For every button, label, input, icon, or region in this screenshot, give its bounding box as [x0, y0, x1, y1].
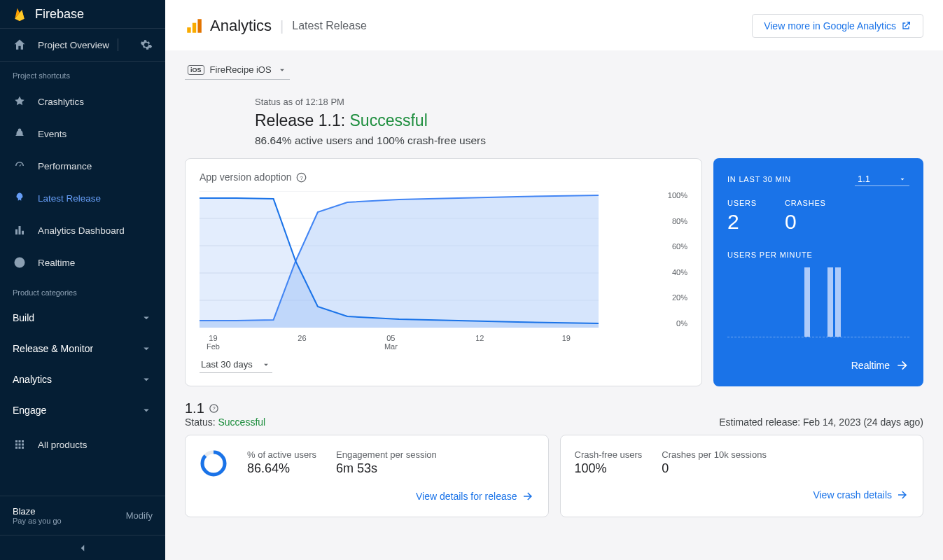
release-metrics-card: % of active users86.64% Engagement per s… [185, 435, 549, 517]
svg-text:?: ? [300, 174, 303, 181]
sidebar-item-label: Performance [38, 161, 92, 172]
svg-rect-2 [197, 19, 201, 33]
help-icon[interactable]: ? [296, 172, 307, 183]
external-link-icon [900, 20, 911, 31]
sidebar-item-performance[interactable]: Performance [0, 150, 165, 182]
page-title: Analytics [210, 17, 272, 35]
brand-row[interactable]: Firebase [0, 0, 165, 29]
chevron-down-icon [140, 312, 153, 324]
plan-name: Blaze [13, 506, 62, 517]
category-engage[interactable]: Engage [4, 396, 161, 424]
svg-rect-0 [187, 27, 190, 33]
crashlytics-icon [13, 94, 27, 108]
users-metric: USERS2 [727, 199, 757, 234]
arrow-right-icon [522, 490, 534, 503]
sidebar: Firebase Project Overview Project shortc… [0, 0, 165, 560]
firebase-logo-icon [13, 6, 27, 22]
chevron-down-icon [140, 342, 153, 355]
svg-text:?: ? [212, 405, 215, 412]
sidebar-item-label: Analytics Dashboard [38, 225, 125, 236]
chevron-down-icon [140, 404, 153, 416]
help-icon[interactable]: ? [209, 403, 219, 414]
page-header: Analytics | Latest Release View more in … [165, 0, 943, 50]
modify-plan-button[interactable]: Modify [126, 510, 153, 521]
shortcuts-heading: Project shortcuts [0, 62, 165, 85]
events-icon [13, 127, 27, 141]
chevron-down-icon [140, 373, 153, 386]
ios-badge-icon: iOS [188, 65, 204, 75]
app-selector[interactable]: iOS FireRecipe iOS [185, 60, 290, 80]
users-per-minute-block: USERS PER MINUTE [727, 251, 909, 337]
category-analytics[interactable]: Analytics [4, 365, 161, 393]
status-timestamp: Status as of 12:18 PM [255, 97, 923, 107]
card-title: App version adoption ? [200, 172, 687, 183]
dropdown-icon [898, 175, 907, 183]
progress-ring-icon [200, 449, 228, 477]
realtime-link[interactable]: Realtime [851, 350, 909, 372]
rocket-icon [13, 191, 27, 205]
clock-icon [13, 255, 27, 270]
crashfree-metric: Crash-free users100% [575, 449, 643, 476]
dropdown-icon [277, 65, 287, 75]
categories-heading: Product categories [0, 279, 165, 302]
version-selector[interactable]: 1.1 [855, 172, 909, 186]
sidebar-item-label: All products [38, 440, 88, 450]
users-per-minute-chart [727, 267, 909, 337]
gauge-icon [13, 159, 27, 173]
active-users-metric: % of active users86.64% [247, 449, 316, 477]
plan-footer: Blaze Pay as you go Modify [0, 496, 165, 535]
view-in-ga-button[interactable]: View more in Google Analytics [752, 14, 923, 38]
plan-desc: Pay as you go [13, 517, 62, 525]
version-title: 1.1 ? [185, 400, 265, 416]
app-name: FireRecipe iOS [210, 64, 272, 75]
adoption-chart: 100% 80% 60% 40% 20% 0% [200, 191, 687, 331]
realtime-window-label: IN LAST 30 MIN [727, 175, 791, 183]
sidebar-item-label: Project Overview [38, 40, 109, 50]
home-icon [13, 38, 27, 52]
sidebar-item-project-overview[interactable]: Project Overview [0, 29, 165, 62]
sidebar-item-label: Latest Release [38, 193, 101, 204]
page-subtitle: Latest Release [292, 20, 367, 32]
dropdown-icon [261, 360, 271, 370]
date-range-selector[interactable]: Last 30 days [200, 356, 272, 373]
gear-icon[interactable] [140, 38, 153, 51]
sidebar-item-label: Events [38, 129, 67, 139]
sidebar-item-analytics-dashboard[interactable]: Analytics Dashboard [0, 214, 165, 246]
release-subline: 86.64% active users and 100% crash-free … [255, 134, 923, 147]
arrow-right-icon [896, 489, 909, 501]
sidebar-item-realtime[interactable]: Realtime [0, 246, 165, 279]
crash-metrics-card: Crash-free users100% Crashes per 10k ses… [560, 435, 924, 517]
arrow-right-icon [895, 358, 909, 372]
crashes-metric: CRASHES0 [785, 199, 826, 234]
sidebar-item-crashlytics[interactable]: Crashlytics [0, 85, 165, 118]
release-headline: Release 1.1: Successful [255, 111, 923, 130]
category-release-monitor[interactable]: Release & Monitor [4, 335, 161, 363]
chevron-left-icon [76, 542, 89, 554]
estimated-release: Estimated release: Feb 14, 2023 (24 days… [719, 416, 923, 428]
bar-chart-icon [13, 223, 27, 237]
sidebar-item-label: Crashlytics [38, 97, 84, 107]
sidebar-item-all-products[interactable]: All products [0, 428, 165, 461]
analytics-icon [185, 17, 203, 35]
y-axis-labels: 100% 80% 60% 40% 20% 0% [659, 191, 687, 328]
sidebar-item-events[interactable]: Events [0, 118, 165, 150]
engagement-metric: Engagement per session6m 53s [336, 449, 437, 477]
crashes-per-10k-metric: Crashes per 10k sessions0 [662, 449, 767, 476]
realtime-card: IN LAST 30 MIN 1.1 USERS2 CRASHES0 USERS… [713, 158, 923, 386]
svg-rect-1 [193, 23, 196, 33]
collapse-sidebar-button[interactable] [0, 535, 165, 560]
adoption-card: App version adoption ? 100% [185, 158, 702, 386]
view-release-details-link[interactable]: View details for release [416, 490, 533, 503]
release-status-value: Successful [350, 111, 428, 130]
content-area: iOS FireRecipe iOS Status as of 12:18 PM… [165, 50, 943, 560]
version-status: Status: Successful [185, 416, 265, 428]
sidebar-item-latest-release[interactable]: Latest Release [0, 182, 165, 214]
view-crash-details-link[interactable]: View crash details [813, 489, 909, 501]
main-content: Analytics | Latest Release View more in … [165, 0, 943, 560]
brand-name: Firebase [35, 7, 84, 22]
release-status-block: Status as of 12:18 PM Release 1.1: Succe… [255, 97, 923, 147]
sidebar-item-label: Realtime [38, 258, 75, 268]
category-build[interactable]: Build [4, 304, 161, 332]
x-axis-labels: 19Feb 26 05Mar 12 19 [200, 334, 578, 351]
version-header-row: 1.1 ? Status: Successful Estimated relea… [185, 400, 923, 428]
